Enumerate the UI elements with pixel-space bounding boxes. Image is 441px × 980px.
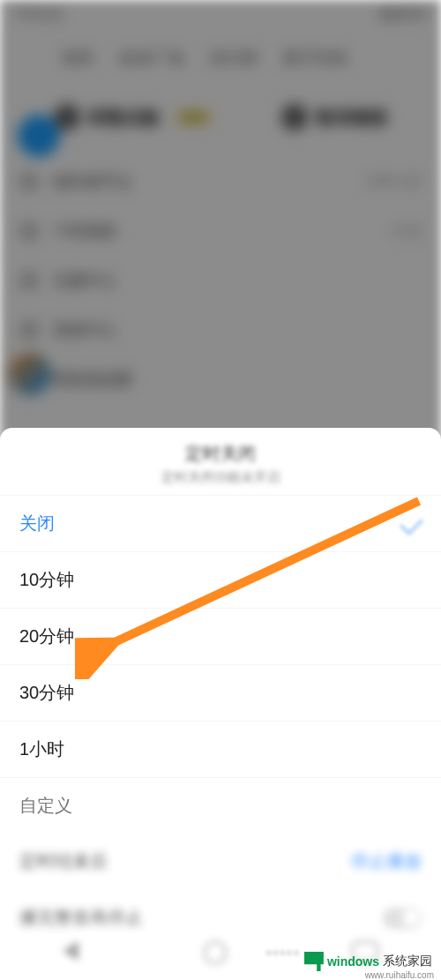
- phone-screen: 下午4:21 ■ ■ 82% 推荐 歌单广场 排行榜 数字专辑 听歌识曲 NEW…: [0, 0, 441, 980]
- timer-option-off[interactable]: 关闭: [0, 495, 441, 551]
- toggle-switch[interactable]: [383, 908, 422, 929]
- check-icon: [400, 512, 423, 535]
- row-label: 播完整首再停止: [19, 906, 143, 930]
- after-timer-row[interactable]: 定时结束后 停止播放: [0, 834, 441, 889]
- sheet-header: 定时关闭 定时关闭功能未开启: [0, 428, 441, 495]
- option-label: 30分钟: [19, 681, 74, 705]
- row-label: 定时结束后: [19, 849, 108, 873]
- watermark-url: www.ruihaifu.com: [365, 970, 434, 980]
- option-label: 关闭: [19, 512, 55, 535]
- option-label: 10分钟: [19, 568, 74, 592]
- windows-icon: [304, 952, 324, 971]
- sheet-subtitle: 定时关闭功能未开启: [18, 469, 423, 486]
- timer-option-10min[interactable]: 10分钟: [0, 551, 441, 608]
- option-label: 1小时: [19, 737, 64, 761]
- timer-sheet: 定时关闭 定时关闭功能未开启 关闭 10分钟 20分钟 30分钟 1小时 自定义…: [0, 428, 441, 980]
- finish-song-row[interactable]: 播完整首再停止: [0, 889, 441, 946]
- option-label: 自定义: [19, 794, 72, 818]
- home-icon[interactable]: [204, 941, 227, 964]
- timer-option-custom[interactable]: 自定义: [0, 777, 441, 834]
- watermark-brand2: 系统家园: [383, 954, 432, 969]
- overlay-tap-area[interactable]: [0, 0, 441, 428]
- back-icon[interactable]: [63, 941, 78, 961]
- row-value: 停止播放: [351, 849, 422, 873]
- option-label: 20分钟: [19, 625, 74, 648]
- timer-option-30min[interactable]: 30分钟: [0, 664, 441, 721]
- sheet-extra-rows: 定时结束后 停止播放 播完整首再停止: [0, 834, 441, 946]
- timer-option-1hr[interactable]: 1小时: [0, 721, 441, 777]
- timer-option-20min[interactable]: 20分钟: [0, 608, 441, 664]
- sheet-title: 定时关闭: [18, 442, 423, 466]
- watermark-brand: windows: [327, 954, 379, 969]
